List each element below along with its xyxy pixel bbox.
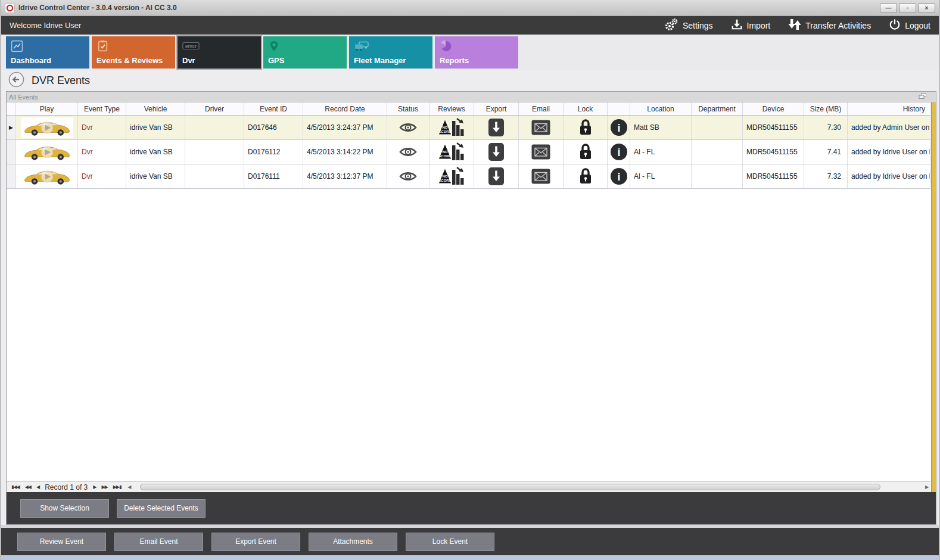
header-history[interactable]: History <box>848 102 930 115</box>
gears-icon <box>664 18 678 33</box>
export-icon[interactable] <box>474 116 519 139</box>
export-icon[interactable] <box>474 164 519 188</box>
header-play[interactable]: Play <box>16 102 78 115</box>
tile-label-fleet-manager: Fleet Manager <box>354 56 406 65</box>
next-record-button[interactable]: ▶ <box>93 484 96 490</box>
tab-reports[interactable]: Reports <box>435 36 518 69</box>
transfer-activities-button[interactable]: Transfer Activities <box>788 18 871 33</box>
scroll-right-icon[interactable]: ▶ <box>923 484 930 490</box>
header-department[interactable]: Department <box>692 102 743 115</box>
first-record-button[interactable]: ▮◀◀ <box>11 484 20 490</box>
clipboard-check-icon <box>97 40 109 55</box>
reviews-no-score-icon[interactable] <box>429 164 474 188</box>
size-mb-cell: 7.32 <box>804 164 848 188</box>
grid-header-row: Play Event Type Vehicle Driver Event ID … <box>7 102 930 116</box>
logout-button[interactable]: Logout <box>889 18 930 32</box>
row-indicator <box>7 164 16 188</box>
header-vehicle[interactable]: Vehicle <box>126 102 185 115</box>
event-action-bar: Review Event Email Event Export Event At… <box>1 528 939 555</box>
reviews-no-score-icon[interactable] <box>429 116 474 139</box>
pie-chart-icon <box>440 40 452 55</box>
vertical-scrollbar[interactable] <box>931 102 936 492</box>
fleet-vehicles-icon <box>354 40 371 55</box>
header-driver[interactable]: Driver <box>185 102 244 115</box>
show-selection-button[interactable]: Show Selection <box>20 499 109 518</box>
history-cell: added by Idrive User on loca <box>848 164 930 188</box>
lock-event-button[interactable]: Lock Event <box>406 533 494 551</box>
scrollbar-thumb[interactable] <box>140 484 880 490</box>
email-icon[interactable] <box>519 116 564 139</box>
table-row[interactable]: Dvr idrive Van SB D0176111 4/5/2013 3:12… <box>7 164 930 189</box>
email-event-button[interactable]: Email Event <box>114 533 203 551</box>
import-button[interactable]: Import <box>731 18 771 32</box>
record-count-label: Record 1 of 3 <box>45 483 88 491</box>
tab-dashboard[interactable]: Dashboard <box>6 36 89 69</box>
status-eye-icon[interactable] <box>387 140 429 164</box>
header-location[interactable]: Location <box>630 102 692 115</box>
horizontal-scrollbar[interactable]: ◀ ▶ <box>126 483 930 492</box>
info-icon[interactable] <box>608 116 630 139</box>
page-title: DVR Events <box>32 74 90 87</box>
header-status[interactable]: Status <box>387 102 429 115</box>
email-icon[interactable] <box>519 164 564 188</box>
scrollbar-track[interactable] <box>133 483 923 491</box>
event-type-cell: Dvr <box>78 140 126 164</box>
history-cell: added by Idrive User on loca <box>848 140 930 164</box>
event-id-cell: D017646 <box>244 116 303 139</box>
header-event-type[interactable]: Event Type <box>78 102 126 115</box>
selection-action-bar: Show Selection Delete Selected Events <box>7 492 936 524</box>
status-eye-icon[interactable] <box>387 116 429 139</box>
lock-icon[interactable] <box>564 140 608 164</box>
navigator-row: ▮◀◀ ◀◀ ◀ Record 1 of 3 ▶ ▶▶ ▶▶▮ ◀ ▶ <box>7 481 930 492</box>
delete-selected-events-button[interactable]: Delete Selected Events <box>117 499 206 518</box>
back-button[interactable] <box>8 71 24 90</box>
header-lock[interactable]: Lock <box>564 102 608 115</box>
maximize-button[interactable]: ▫ <box>899 3 916 13</box>
header-export[interactable]: Export <box>474 102 519 115</box>
minimize-button[interactable]: — <box>880 3 897 13</box>
reviews-no-score-icon[interactable] <box>429 140 474 164</box>
header-device[interactable]: Device <box>743 102 804 115</box>
tab-dvr[interactable]: MERGE Dvr <box>178 36 261 69</box>
close-button[interactable]: × <box>918 3 935 13</box>
driver-cell <box>185 140 244 164</box>
lock-icon[interactable] <box>564 116 608 139</box>
play-thumbnail[interactable] <box>16 164 78 188</box>
attachments-button[interactable]: Attachments <box>309 533 397 551</box>
tab-fleet-manager[interactable]: Fleet Manager <box>349 36 432 69</box>
next-page-button[interactable]: ▶▶ <box>101 484 107 490</box>
header-size-mb[interactable]: Size (MB) <box>804 102 848 115</box>
scroll-left-icon[interactable]: ◀ <box>126 484 133 490</box>
play-thumbnail[interactable] <box>16 116 78 139</box>
review-event-button[interactable]: Review Event <box>17 533 106 551</box>
header-info[interactable] <box>608 102 630 115</box>
record-date-cell: 4/5/2013 3:14:22 PM <box>303 140 387 164</box>
header-email[interactable]: Email <box>519 102 564 115</box>
email-icon[interactable] <box>519 140 564 164</box>
header-record-date[interactable]: Record Date <box>303 102 387 115</box>
settings-button[interactable]: Settings <box>664 18 713 33</box>
record-date-cell: 4/5/2013 3:12:37 PM <box>303 164 387 188</box>
export-icon[interactable] <box>474 140 519 164</box>
last-record-button[interactable]: ▶▶▮ <box>113 484 122 490</box>
info-icon[interactable] <box>608 140 630 164</box>
prev-page-button[interactable]: ◀◀ <box>25 484 31 490</box>
driver-cell <box>185 116 244 139</box>
table-row[interactable]: Dvr idrive Van SB D0176112 4/5/2013 3:14… <box>7 140 930 164</box>
tab-gps[interactable]: GPS <box>263 36 347 69</box>
table-row[interactable]: ▶ Dvr idrive Van SB D017646 4/5/2013 3:2… <box>7 116 930 140</box>
popout-panel-icon[interactable] <box>919 93 926 101</box>
lock-icon[interactable] <box>564 164 608 188</box>
play-thumbnail[interactable] <box>16 140 78 164</box>
header-reviews[interactable]: Reviews <box>429 102 474 115</box>
info-icon[interactable] <box>608 164 630 188</box>
header-event-id[interactable]: Event ID <box>244 102 303 115</box>
tab-events-reviews[interactable]: Events & Reviews <box>92 36 175 69</box>
prev-record-button[interactable]: ◀ <box>36 484 39 490</box>
power-icon <box>889 18 901 32</box>
dvr-merge-text: MERGE <box>185 45 197 48</box>
status-eye-icon[interactable] <box>387 164 429 188</box>
top-toolbar: Welcome Idrive User Settings <box>1 16 939 35</box>
export-event-button[interactable]: Export Event <box>211 533 300 551</box>
welcome-text: Welcome Idrive User <box>10 21 81 30</box>
